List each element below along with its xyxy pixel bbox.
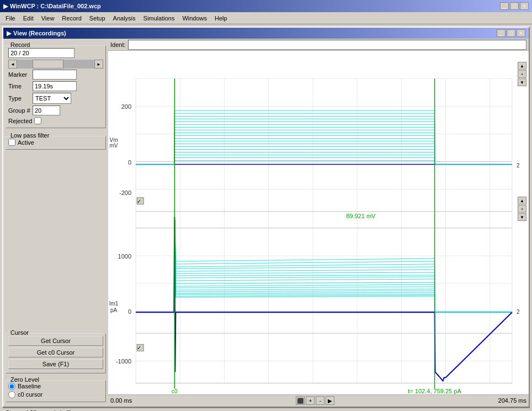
marker-row: Marker bbox=[8, 70, 103, 80]
zoom-fit[interactable]: ⬛ bbox=[296, 396, 305, 405]
scroll-thumb bbox=[33, 60, 63, 68]
menu-view[interactable]: View bbox=[38, 14, 58, 23]
time-row: Time bbox=[8, 81, 103, 91]
ident-field[interactable] bbox=[128, 40, 526, 50]
scroll-up-top[interactable]: ▲ bbox=[518, 62, 526, 70]
time-field[interactable] bbox=[33, 81, 77, 91]
time-label: Time bbox=[8, 83, 30, 89]
menu-simulations[interactable]: Simulations bbox=[140, 14, 178, 23]
svg-text:1000: 1000 bbox=[118, 253, 132, 260]
svg-text:t= 102.4, 759.25 pA: t= 102.4, 759.25 pA bbox=[408, 388, 461, 394]
menu-file[interactable]: File bbox=[2, 14, 19, 23]
svg-text:c0: c0 bbox=[172, 388, 178, 394]
title-bar: ▶ WinWCP : C:\Data\File_002.wcp _ □ × bbox=[0, 0, 532, 12]
scroll-down-top[interactable]: ▼ bbox=[518, 78, 526, 86]
view-window: ▶ View (Recordings) _ □ × Record bbox=[2, 27, 530, 408]
menu-edit[interactable]: Edit bbox=[20, 14, 37, 23]
svg-text:0: 0 bbox=[128, 159, 131, 166]
marker-field[interactable] bbox=[33, 70, 77, 80]
type-select[interactable]: TEST NORM LEAK bbox=[33, 93, 71, 104]
view-title-left: ▶ View (Recordings) bbox=[7, 30, 66, 37]
record-current-field[interactable] bbox=[8, 48, 75, 58]
filter-active-label: Active bbox=[18, 139, 34, 146]
svg-text:89.921 mV: 89.921 mV bbox=[346, 213, 376, 219]
ident-row: Ident: bbox=[108, 39, 529, 51]
zero-level-title: Zero Level bbox=[9, 376, 40, 383]
filter-active-row: Active bbox=[8, 139, 103, 146]
filter-group: Low pass filter Active bbox=[6, 136, 106, 150]
title-bar-left: ▶ WinWCP : C:\Data\File_002.wcp bbox=[3, 3, 101, 10]
maximize-button[interactable]: □ bbox=[510, 2, 519, 10]
filter-active-checkbox[interactable] bbox=[8, 139, 15, 146]
scroll-up-bottom[interactable]: ▲ bbox=[518, 197, 526, 204]
cursor-group: Cursor Get Cursor Get c0 Cursor Save (F1… bbox=[6, 333, 106, 373]
title-bar-controls[interactable]: _ □ × bbox=[500, 2, 529, 10]
status-text: Stopped 20 records in file bbox=[6, 409, 75, 411]
save-button[interactable]: Save (F1) bbox=[8, 359, 103, 369]
zoom-in[interactable]: + bbox=[306, 396, 315, 405]
svg-text:-1000: -1000 bbox=[116, 358, 131, 365]
zero-baseline-row: Baseline bbox=[8, 383, 103, 390]
scroll-plus-top[interactable]: + bbox=[518, 70, 526, 78]
zoom-right[interactable]: ▶ bbox=[326, 396, 334, 405]
ident-label: Ident: bbox=[110, 41, 126, 48]
right-scroll-area: ▲ + ▼ ▲ + ▼ bbox=[518, 62, 526, 221]
record-group: Record ◄ ► Marker bbox=[6, 45, 106, 128]
group-field[interactable] bbox=[33, 106, 60, 115]
zero-c0-label: c0 cursor bbox=[18, 391, 42, 398]
chart-bottom-bar: 0.00 ms ⬛ + - ▶ 204.75 ms bbox=[108, 394, 529, 407]
svg-text:-200: -200 bbox=[119, 189, 131, 196]
menu-windows[interactable]: Windows bbox=[179, 14, 210, 23]
minimize-button[interactable]: _ bbox=[500, 2, 509, 10]
spacer bbox=[6, 152, 106, 329]
scroll-left-arrow[interactable]: ◄ bbox=[8, 60, 17, 68]
menu-setup[interactable]: Setup bbox=[86, 14, 109, 23]
view-maximize[interactable]: □ bbox=[507, 29, 515, 37]
x-start-label: 0.00 ms bbox=[110, 397, 132, 404]
record-group-title: Record bbox=[9, 41, 31, 48]
record-scrollbar[interactable]: ◄ ► bbox=[8, 60, 103, 68]
menu-bar: File Edit View Record Setup Analysis Sim… bbox=[0, 12, 532, 24]
close-button[interactable]: × bbox=[520, 2, 529, 10]
cursor-group-title: Cursor bbox=[9, 329, 30, 336]
zoom-controls: ⬛ + - ▶ bbox=[295, 396, 334, 405]
view-content: Record ◄ ► Marker bbox=[3, 39, 529, 407]
svg-text:mV: mV bbox=[110, 143, 118, 149]
record-current-row bbox=[8, 48, 103, 58]
zoom-out[interactable]: - bbox=[316, 396, 324, 405]
marker-label: Marker bbox=[8, 71, 30, 78]
svg-text:2: 2 bbox=[517, 309, 520, 315]
menu-help[interactable]: Help bbox=[211, 14, 231, 23]
type-label: Type bbox=[8, 95, 30, 102]
view-controls[interactable]: _ □ × bbox=[497, 29, 525, 37]
menu-analysis[interactable]: Analysis bbox=[110, 14, 139, 23]
chart-section: Ident: bbox=[108, 39, 529, 407]
zero-c0-radio[interactable] bbox=[8, 391, 15, 398]
zero-c0-row: c0 cursor bbox=[8, 391, 103, 398]
scroll-plus-bottom[interactable]: + bbox=[518, 205, 526, 213]
left-panel: Record ◄ ► Marker bbox=[3, 39, 108, 407]
rejected-label: Rejected bbox=[8, 118, 32, 124]
filter-group-title: Low pass filter bbox=[9, 132, 50, 139]
scroll-right-arrow[interactable]: ► bbox=[94, 60, 103, 68]
x-end-label: 204.75 ms bbox=[498, 397, 526, 404]
menu-record[interactable]: Record bbox=[58, 14, 84, 23]
chart-area: 200 0 -200 Vm mV 1000 0 -1000 Im1 pA bbox=[108, 51, 529, 394]
zero-baseline-radio[interactable] bbox=[8, 383, 15, 390]
app-icon: ▶ bbox=[3, 3, 8, 10]
bottom-chart-scroll: ▲ + ▼ bbox=[518, 197, 526, 221]
view-close[interactable]: × bbox=[517, 29, 525, 37]
group-row: Group # bbox=[8, 106, 103, 115]
view-minimize[interactable]: _ bbox=[497, 29, 506, 37]
zero-baseline-label: Baseline bbox=[18, 383, 41, 389]
get-c0-cursor-button[interactable]: Get c0 Cursor bbox=[8, 347, 103, 357]
get-cursor-button[interactable]: Get Cursor bbox=[8, 336, 103, 346]
rejected-checkbox[interactable] bbox=[34, 117, 41, 124]
view-title: View (Recordings) bbox=[13, 30, 66, 36]
main-content: ▶ View (Recordings) _ □ × Record bbox=[0, 24, 532, 411]
scroll-down-bottom[interactable]: ▼ bbox=[518, 213, 526, 221]
app-title: WinWCP : C:\Data\File_002.wcp bbox=[10, 3, 101, 9]
status-bar: Stopped 20 records in file bbox=[2, 408, 530, 411]
type-row: Type TEST NORM LEAK bbox=[8, 93, 103, 104]
scroll-track[interactable] bbox=[17, 60, 94, 68]
